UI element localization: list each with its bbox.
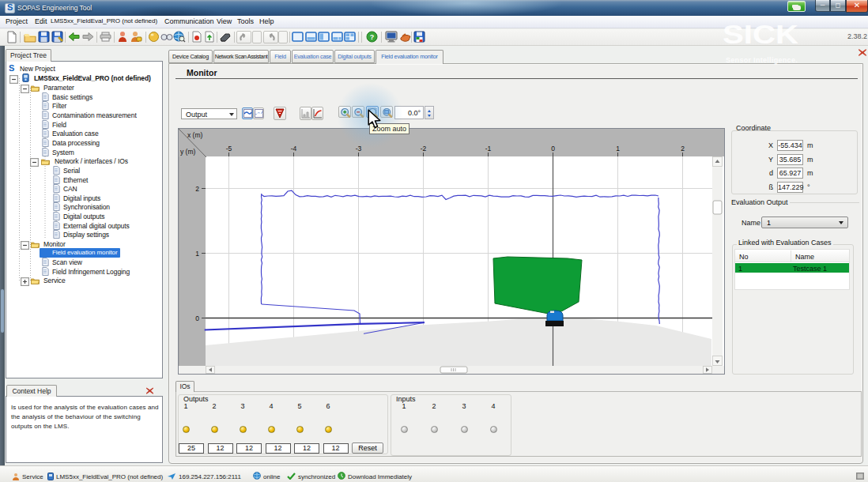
svg-text:S: S	[9, 64, 14, 73]
svg-text:?: ?	[370, 33, 375, 41]
